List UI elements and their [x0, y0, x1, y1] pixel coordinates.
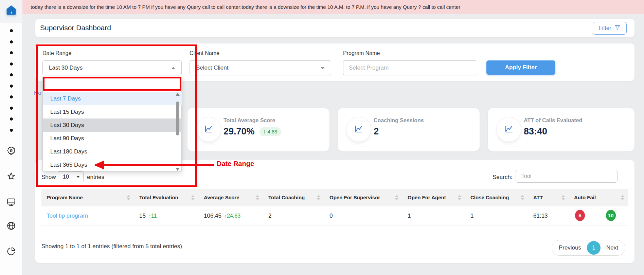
filter-button-label: Filter — [598, 25, 611, 32]
sort-icon[interactable] — [395, 195, 398, 200]
column-header-close-coaching[interactable]: Close Coaching — [465, 189, 528, 206]
sidebar-dot[interactable] — [10, 107, 13, 110]
stat-card-att-of-calls: ATT of Calls Evaluated 83:40 — [488, 108, 634, 151]
cell-close-coaching: 1 — [465, 206, 528, 225]
stat-title: Total Average Score — [223, 117, 275, 124]
program-name-label: Program Name — [343, 50, 380, 56]
sort-icon[interactable] — [458, 195, 461, 200]
pie-chart-icon[interactable] — [0, 246, 22, 256]
sidebar-dots — [0, 29, 22, 140]
column-header-open-for-supervisor[interactable]: Open For Supervisor — [324, 189, 402, 206]
line-chart-icon — [196, 117, 221, 142]
search-label: Search: — [493, 174, 513, 181]
stat-value: 2 — [374, 126, 379, 137]
annotation-arrow-line — [103, 164, 214, 166]
cell-total-evaluation: 15↑11 — [134, 206, 199, 225]
sidebar-dot[interactable] — [10, 51, 13, 54]
client-select[interactable]: Select Client — [190, 60, 331, 75]
client-select-value: Select Client — [196, 65, 228, 71]
up-arrow-icon: ↑ — [148, 213, 151, 219]
monitor-icon[interactable] — [0, 197, 22, 207]
sidebar-dot[interactable] — [10, 62, 13, 66]
sidebar-dot[interactable] — [10, 117, 13, 121]
up-arrow-icon: ↑ — [224, 213, 227, 219]
program-name-input[interactable] — [343, 60, 477, 75]
cell-open-for-supervisor: 0 — [324, 206, 402, 225]
column-header-open-for-agent[interactable]: Open For Agent — [402, 189, 465, 206]
cell-att: 61:13 — [528, 206, 569, 225]
globe-icon[interactable] — [0, 221, 22, 231]
next-page-button[interactable]: Next — [606, 244, 618, 251]
stat-card-coaching-sessions: Coaching Sessions 2 — [338, 108, 480, 151]
program-link[interactable]: Tool tip program — [47, 213, 88, 219]
filter-button[interactable]: Filter — [593, 22, 627, 35]
sidebar-dot[interactable] — [10, 73, 13, 76]
sidebar-dot[interactable] — [10, 95, 13, 98]
star-icon[interactable] — [0, 171, 22, 182]
stat-card-total-average-score: Total Average Score 29.70% ↑ 4.89 — [187, 108, 329, 151]
column-header-att[interactable]: ATT — [528, 189, 569, 206]
stat-delta-badge: ↑ 4.89 — [260, 127, 281, 136]
up-arrow-icon: ↑ — [263, 129, 266, 135]
sort-icon[interactable] — [521, 195, 524, 200]
user-badge-icon[interactable] — [0, 146, 22, 156]
sort-icon[interactable] — [191, 195, 195, 200]
stat-value: 29.70% — [223, 126, 255, 137]
cell-total-coaching: 2 — [263, 206, 324, 225]
stat-title: ATT of Calls Evaluated — [524, 117, 582, 124]
page-title: Supervisor Dashboard — [40, 24, 111, 32]
sort-icon[interactable] — [317, 195, 320, 200]
cell-open-for-agent: 1 — [402, 206, 465, 225]
table-header-row: Program NameTotal EvaluationAverage Scor… — [41, 189, 628, 206]
annotation-rectangle-search — [43, 77, 181, 91]
sidebar-dot[interactable] — [10, 29, 13, 32]
table-search-input[interactable] — [516, 170, 618, 183]
stat-title: Coaching Sessions — [374, 117, 424, 124]
column-header-auto-fail[interactable]: Auto Fail — [569, 189, 628, 206]
page-header: Supervisor Dashboard Filter — [35, 19, 634, 37]
stat-value: 83:40 — [524, 126, 547, 137]
auto-pass-badge[interactable]: 10 — [606, 210, 616, 221]
current-page-button[interactable]: 1 — [587, 241, 601, 255]
auto-fail-badge[interactable]: 5 — [575, 210, 585, 221]
column-header-total-evaluation[interactable]: Total Evaluation — [134, 189, 199, 206]
sidebar-dot[interactable] — [10, 85, 13, 88]
column-header-average-score[interactable]: Average Score — [199, 189, 263, 206]
notification-banner: today there is a downsize for the time 1… — [22, 0, 644, 14]
apply-filter-button[interactable]: Apply Filter — [486, 60, 555, 75]
annotation-label: Date Range — [217, 160, 254, 168]
table-row: Tool tip program 15↑11 106.45↑24.63 2 0 … — [41, 206, 628, 225]
column-header-total-coaching[interactable]: Total Coaching — [263, 189, 324, 206]
previous-page-button[interactable]: Previous — [559, 244, 581, 251]
pagination: Previous 1 Next — [552, 240, 625, 256]
sort-icon[interactable] — [127, 195, 130, 200]
sidebar-dot[interactable] — [10, 40, 13, 43]
sidebar-logo-area — [0, 0, 22, 23]
sidebar-dot[interactable] — [10, 129, 13, 132]
annotation-arrow-head — [94, 161, 104, 169]
column-header-program-name[interactable]: Program Name — [41, 189, 134, 206]
sort-icon[interactable] — [621, 195, 624, 200]
sort-icon[interactable] — [561, 195, 565, 200]
table-footer-summary: Showing 1 to 1 of 1 entries (filtered fr… — [41, 243, 182, 250]
line-chart-icon — [497, 117, 521, 142]
cell-auto-fail: 5 10 — [569, 206, 628, 225]
funnel-icon — [614, 24, 621, 33]
cell-average-score: 106.45↑24.63 — [199, 206, 263, 225]
home-icon[interactable] — [5, 4, 17, 18]
sidebar — [0, 0, 22, 275]
chevron-down-icon — [321, 67, 325, 69]
sort-icon[interactable] — [256, 195, 259, 200]
line-chart-icon — [346, 117, 371, 142]
